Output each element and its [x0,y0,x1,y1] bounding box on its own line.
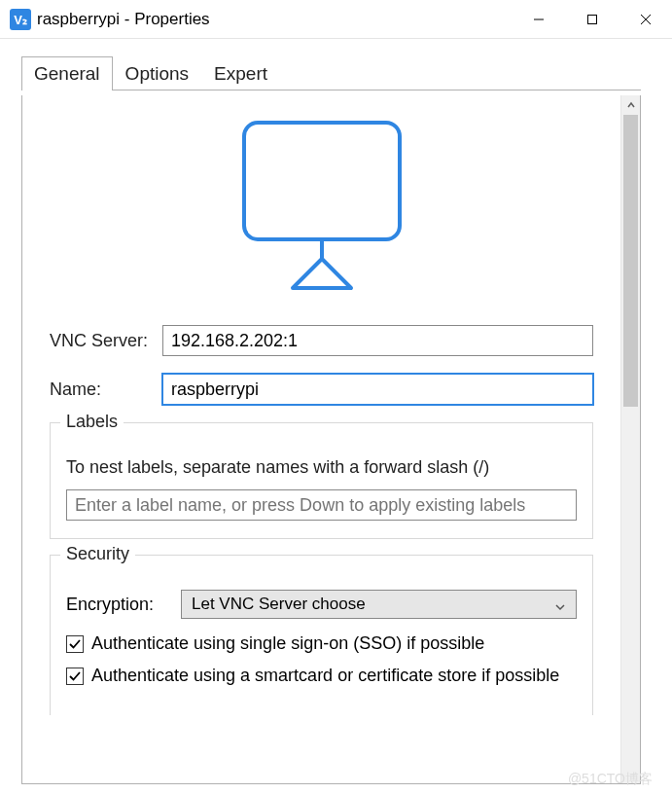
labels-fieldset: Labels To nest labels, separate names wi… [50,422,593,539]
watermark: @51CTO博客 [568,771,653,788]
scroll-thumb[interactable] [623,115,638,407]
titlebar: V₂ raspberrypi - Properties [0,0,672,39]
labels-input[interactable] [66,489,577,521]
security-legend: Security [60,544,135,564]
smartcard-checkbox[interactable] [66,668,84,685]
tab-options[interactable]: Options [113,56,201,90]
labels-legend: Labels [60,412,124,432]
minimize-button[interactable] [512,0,565,39]
vnc-server-label: VNC Server: [50,331,162,351]
sso-label: Authenticate using single sign-on (SSO) … [91,632,484,655]
content-panel: VNC Server: Name: Labels To nest labels,… [21,95,641,784]
monitor-graphic [50,113,593,298]
smartcard-label: Authenticate using a smartcard or certif… [91,665,559,687]
labels-hint: To nest labels, separate names with a fo… [66,457,577,478]
app-icon: V₂ [10,9,31,30]
vnc-server-input[interactable] [162,325,593,356]
encryption-dropdown[interactable]: Let VNC Server choose [181,590,577,619]
svg-rect-3 [587,15,596,23]
tab-general[interactable]: General [21,56,113,90]
chevron-down-icon [554,598,566,618]
maximize-button[interactable] [565,0,619,39]
window-title: raspberrypi - Properties [37,10,512,29]
close-button[interactable] [619,0,672,39]
security-fieldset: Security Encryption: Let VNC Server choo… [50,555,593,715]
name-label: Name: [50,379,162,400]
scrollbar[interactable] [620,95,640,783]
encryption-value: Let VNC Server choose [192,595,366,614]
tab-underline [21,90,641,90]
encryption-label: Encryption: [66,595,181,615]
tab-expert[interactable]: Expert [201,56,280,90]
svg-text:V₂: V₂ [14,13,27,27]
sso-checkbox[interactable] [66,635,84,653]
monitor-icon [230,113,414,298]
name-input[interactable] [162,374,593,405]
scroll-up-arrow[interactable] [621,95,640,115]
svg-rect-6 [244,123,400,239]
tab-strip: General Options Expert [0,39,672,90]
